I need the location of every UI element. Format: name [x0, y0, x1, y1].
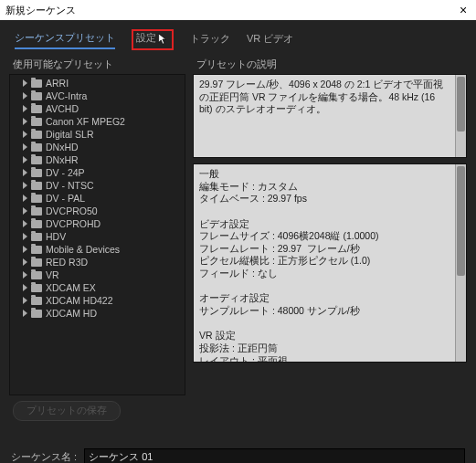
columns: 使用可能なプリセット ARRIAVC-IntraAVCHDCanon XF MP…: [9, 56, 467, 395]
tab-bar: シーケンスプリセット 設定 トラック VR ビデオ: [9, 27, 467, 56]
preset-folder[interactable]: DV - 24P: [10, 166, 185, 179]
tab-settings[interactable]: 設定: [136, 31, 156, 47]
scroll-thumb[interactable]: [457, 166, 465, 276]
preset-description-text: 29.97 フレーム/秒、4096 x 2048 の 2:1 ビデオで平面視の正…: [199, 79, 460, 116]
folder-icon: [31, 143, 42, 152]
chevron-right-icon[interactable]: [23, 92, 27, 100]
folder-icon: [31, 105, 42, 113]
preset-folder-label: DNxHD: [46, 142, 79, 153]
folder-icon: [31, 118, 42, 126]
right-column: プリセットの説明 29.97 フレーム/秒、4096 x 2048 の 2:1 …: [193, 56, 467, 395]
preset-folder[interactable]: DVCPROHD: [10, 217, 185, 230]
chevron-right-icon[interactable]: [23, 105, 27, 112]
folder-icon: [31, 233, 42, 241]
preset-folder[interactable]: DV - PAL: [10, 192, 185, 205]
preset-folder[interactable]: DVCPRO50: [10, 205, 185, 217]
preset-folder[interactable]: Mobile & Devices: [10, 243, 185, 256]
preset-folder[interactable]: XDCAM HD422: [10, 294, 185, 307]
preset-folder[interactable]: XDCAM EX: [10, 281, 185, 294]
available-presets-label: 使用可能なプリセット: [13, 58, 185, 71]
chevron-right-icon[interactable]: [23, 118, 27, 125]
folder-icon: [31, 169, 42, 177]
chevron-right-icon[interactable]: [23, 207, 27, 215]
preset-detail-text: 一般 編集モード : カスタム タイムベース : 29.97 fps ビデオ設定…: [199, 168, 460, 363]
preset-folder[interactable]: HDV: [10, 230, 185, 243]
tab-sequence-preset[interactable]: シーケンスプリセット: [15, 31, 115, 49]
folder-icon: [31, 195, 42, 203]
chevron-right-icon[interactable]: [23, 182, 27, 189]
preset-detail-box: 一般 編集モード : カスタム タイムベース : 29.97 fps ビデオ設定…: [193, 163, 467, 363]
folder-icon: [31, 92, 42, 100]
preset-tree[interactable]: ARRIAVC-IntraAVCHDCanon XF MPEG2Digital …: [9, 74, 185, 395]
cursor-icon: [156, 33, 169, 46]
preset-description-box: 29.97 フレーム/秒、4096 x 2048 の 2:1 ビデオで平面視の正…: [193, 74, 467, 158]
folder-icon: [31, 271, 42, 279]
preset-folder[interactable]: XDCAM HD: [10, 307, 185, 320]
preset-folder-label: AVCHD: [46, 103, 79, 114]
chevron-right-icon[interactable]: [23, 195, 27, 202]
preset-folder-label: DV - PAL: [46, 193, 85, 204]
chevron-right-icon[interactable]: [23, 297, 27, 304]
chevron-right-icon[interactable]: [23, 233, 27, 240]
chevron-right-icon[interactable]: [23, 156, 27, 163]
chevron-right-icon[interactable]: [23, 220, 27, 227]
preset-folder[interactable]: DNxHD: [10, 141, 185, 153]
svg-marker-0: [159, 34, 166, 44]
folder-icon: [31, 220, 42, 228]
chevron-right-icon[interactable]: [23, 169, 27, 176]
tab-settings-highlight: 設定: [132, 29, 174, 50]
sequence-name-input[interactable]: [84, 448, 465, 463]
preset-folder-label: XDCAM HD: [46, 308, 97, 319]
preset-folder-label: Mobile & Devices: [46, 244, 120, 255]
scrollbar[interactable]: [455, 75, 466, 157]
preset-folder[interactable]: ARRI: [10, 77, 185, 89]
close-icon[interactable]: ×: [456, 4, 471, 16]
folder-icon: [31, 207, 42, 216]
sequence-name-row: シーケンス名 :: [9, 448, 467, 463]
dialog-body: シーケンスプリセット 設定 トラック VR ビデオ 使用可能なプリセット ARR…: [0, 20, 476, 463]
preset-folder[interactable]: Canon XF MPEG2: [10, 115, 185, 128]
preset-folder-label: VR: [46, 269, 59, 280]
preset-folder[interactable]: RED R3D: [10, 256, 185, 268]
preset-folder-label: DNxHR: [46, 154, 79, 165]
preset-folder[interactable]: AVC-Intra: [10, 89, 185, 102]
tab-track[interactable]: トラック: [190, 32, 230, 48]
preset-folder-label: ARRI: [46, 78, 69, 89]
folder-icon: [31, 310, 42, 318]
preset-folder-label: Digital SLR: [46, 129, 94, 140]
left-column: 使用可能なプリセット ARRIAVC-IntraAVCHDCanon XF MP…: [9, 56, 185, 395]
titlebar: 新規シーケンス ×: [0, 0, 476, 20]
folder-icon: [31, 182, 42, 190]
folder-icon: [31, 131, 42, 139]
chevron-right-icon[interactable]: [23, 258, 27, 266]
chevron-right-icon[interactable]: [23, 310, 27, 317]
preset-folder-label: DVCPROHD: [46, 218, 100, 229]
preset-folder-label: Canon XF MPEG2: [46, 116, 125, 127]
preset-folder-label: DV - NTSC: [46, 180, 94, 191]
save-preset-button: プリセットの保存: [13, 401, 121, 421]
scrollbar[interactable]: [455, 164, 466, 362]
preset-folder-label: DV - 24P: [46, 167, 85, 178]
scroll-thumb[interactable]: [457, 77, 465, 132]
chevron-right-icon[interactable]: [23, 271, 27, 279]
preset-folder[interactable]: VR: [10, 268, 185, 281]
preset-folder[interactable]: Digital SLR: [10, 128, 185, 141]
preset-folder-label: RED R3D: [46, 257, 88, 268]
chevron-right-icon[interactable]: [23, 143, 27, 151]
sequence-name-label: シーケンス名 :: [11, 450, 77, 464]
folder-icon: [31, 79, 42, 88]
folder-icon: [31, 284, 42, 292]
folder-icon: [31, 246, 42, 254]
chevron-right-icon[interactable]: [23, 131, 27, 138]
folder-icon: [31, 156, 42, 164]
preset-folder[interactable]: DNxHR: [10, 153, 185, 166]
tab-vr-video[interactable]: VR ビデオ: [247, 32, 293, 48]
folder-icon: [31, 297, 42, 305]
preset-folder[interactable]: AVCHD: [10, 102, 185, 115]
preset-folder[interactable]: DV - NTSC: [10, 179, 185, 192]
chevron-right-icon[interactable]: [23, 284, 27, 291]
chevron-right-icon[interactable]: [23, 79, 27, 87]
window-title: 新規シーケンス: [5, 4, 76, 17]
chevron-right-icon[interactable]: [23, 246, 27, 253]
preset-folder-label: XDCAM HD422: [46, 295, 113, 306]
